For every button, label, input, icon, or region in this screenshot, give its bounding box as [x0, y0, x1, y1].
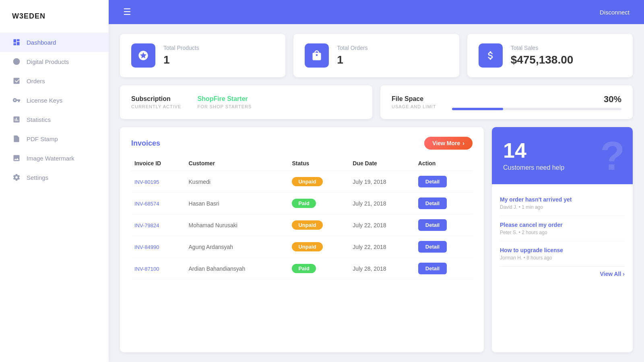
- sidebar-item-license-keys-label: License Keys: [27, 97, 62, 104]
- table-row: INV-84990 Agung Ardansyah Unpaid July 22…: [131, 236, 473, 258]
- invoices-title: Invoices: [131, 139, 160, 148]
- status-badge: Paid: [292, 264, 316, 273]
- view-more-arrow-icon: ›: [462, 140, 464, 146]
- col-status: Status: [289, 156, 349, 171]
- detail-button[interactable]: Detail: [418, 241, 447, 253]
- detail-button[interactable]: Detail: [418, 263, 447, 274]
- invoices-card: Invoices View More › Invoice ID Customer…: [120, 127, 484, 352]
- header: ☰ Disconnect: [109, 0, 644, 24]
- invoice-id: INV-68574: [134, 201, 159, 207]
- stats-row: Total Products 1 Total Orders 1 Tota: [120, 34, 633, 77]
- ticket-item[interactable]: My order hasn't arrived yet David J. • 1…: [500, 191, 625, 216]
- subscription-plan-sub: FOR SHOP STARTERS: [197, 104, 252, 109]
- table-row: INV-80195 Kusmedi Unpaid July 19, 2018 D…: [131, 171, 473, 193]
- sidebar-item-statistics[interactable]: Statistics: [0, 110, 109, 129]
- ticket-subject: How to upgrade license: [500, 247, 625, 253]
- ticket-meta: Jorman H. • 8 hours ago: [500, 255, 625, 261]
- filespace-usage: 30%: [452, 94, 621, 110]
- sidebar-item-settings[interactable]: Settings: [0, 168, 109, 187]
- sidebar: W3EDEN Dashboard Digital Products Orders…: [0, 0, 109, 362]
- sidebar-item-digital-products-label: Digital Products: [27, 58, 69, 65]
- view-all-label: View All: [600, 271, 621, 277]
- total-orders-label: Total Orders: [337, 45, 367, 51]
- hamburger-icon[interactable]: ☰: [123, 7, 131, 17]
- view-more-label: View More: [432, 140, 460, 146]
- subscription-plan-info: ShopFire Starter FOR SHOP STARTERS: [197, 95, 252, 109]
- ticket-meta: David J. • 1 min ago: [500, 204, 625, 210]
- status-badge: Unpaid: [292, 220, 322, 230]
- sidebar-item-pdf-stamp[interactable]: PDF Stamp: [0, 129, 109, 148]
- bottom-row: Invoices View More › Invoice ID Customer…: [120, 127, 633, 352]
- filespace-subtitle: USAGE AND LIMIT: [392, 104, 436, 109]
- sidebar-item-image-watermark-label: Image Watermark: [27, 155, 74, 162]
- sidebar-item-settings-label: Settings: [27, 174, 48, 181]
- statistics-icon: [12, 115, 21, 124]
- sidebar-item-license-keys[interactable]: License Keys: [0, 90, 109, 110]
- invoice-due-date: July 19, 2018: [349, 171, 415, 193]
- invoice-id: INV-84990: [134, 244, 159, 250]
- sidebar-item-digital-products[interactable]: Digital Products: [0, 52, 109, 71]
- total-sales-card: Total Sales $475,138.00: [467, 34, 633, 77]
- detail-button[interactable]: Detail: [418, 219, 447, 231]
- invoices-header: Invoices View More ›: [131, 137, 473, 150]
- ticket-item[interactable]: How to upgrade license Jorman H. • 8 hou…: [500, 241, 625, 267]
- filespace-progress-bar: [452, 108, 621, 110]
- ticket-subject: Please cancel my order: [500, 222, 625, 228]
- invoice-id: INV-80195: [134, 179, 159, 185]
- middle-row: Subscription CURRENTLY ACTIVE ShopFire S…: [120, 85, 633, 119]
- disconnect-button[interactable]: Disconnect: [600, 9, 630, 16]
- status-badge: Unpaid: [292, 242, 322, 251]
- total-orders-value: 1: [337, 53, 367, 66]
- total-orders-icon: [305, 43, 329, 68]
- invoice-customer: Hasan Basri: [186, 193, 289, 214]
- filespace-info: File Space USAGE AND LIMIT: [392, 95, 436, 109]
- dashboard-icon: [12, 38, 21, 47]
- sidebar-item-orders[interactable]: Orders: [0, 71, 109, 90]
- invoice-due-date: July 28, 2018: [349, 258, 415, 280]
- content-area: Total Products 1 Total Orders 1 Tota: [109, 24, 644, 362]
- detail-button[interactable]: Detail: [418, 197, 447, 209]
- sidebar-item-image-watermark[interactable]: Image Watermark: [0, 148, 109, 168]
- ticket-meta: Peter S. • 2 hours ago: [500, 230, 625, 235]
- col-due-date: Due Date: [349, 156, 415, 171]
- invoice-id: INV-87100: [134, 266, 159, 272]
- subscription-plan: ShopFire Starter: [197, 95, 252, 103]
- invoice-customer: Mohamad Nurusaki: [186, 214, 289, 236]
- invoice-due-date: July 21, 2018: [349, 193, 415, 214]
- total-products-icon: [131, 43, 155, 68]
- digital-products-icon: [12, 57, 21, 66]
- total-products-info: Total Products 1: [163, 45, 199, 66]
- sidebar-item-orders-label: Orders: [27, 78, 45, 84]
- right-panel: 14 Customers need help ? My order hasn't…: [492, 127, 633, 352]
- ticket-item[interactable]: Please cancel my order Peter S. • 2 hour…: [500, 216, 625, 241]
- invoice-customer: Kusmedi: [186, 171, 289, 193]
- invoice-due-date: July 22, 2018: [349, 214, 415, 236]
- view-more-button[interactable]: View More ›: [424, 137, 473, 150]
- view-all-link[interactable]: View All›: [500, 267, 625, 277]
- settings-icon: [12, 173, 21, 182]
- app-logo: W3EDEN: [0, 12, 109, 33]
- sidebar-item-dashboard-label: Dashboard: [27, 39, 56, 46]
- pdf-stamp-icon: [12, 134, 21, 143]
- status-badge: Unpaid: [292, 177, 322, 186]
- invoice-id: INV-79824: [134, 222, 159, 228]
- subscription-title: Subscription: [131, 95, 181, 103]
- total-products-card: Total Products 1: [120, 34, 285, 77]
- invoice-customer: Agung Ardansyah: [186, 236, 289, 258]
- sidebar-item-statistics-label: Statistics: [27, 116, 51, 123]
- total-sales-label: Total Sales: [511, 45, 574, 51]
- subscription-card: Subscription CURRENTLY ACTIVE ShopFire S…: [120, 85, 372, 119]
- table-row: INV-68574 Hasan Basri Paid July 21, 2018…: [131, 193, 473, 214]
- tickets-list: My order hasn't arrived yet David J. • 1…: [492, 184, 633, 352]
- total-orders-info: Total Orders 1: [337, 45, 367, 66]
- col-invoice-id: Invoice ID: [131, 156, 186, 171]
- svg-point-0: [13, 58, 20, 65]
- filespace-card: File Space USAGE AND LIMIT 30%: [380, 85, 633, 119]
- subscription-subtitle: CURRENTLY ACTIVE: [131, 104, 181, 109]
- total-products-label: Total Products: [163, 45, 199, 51]
- detail-button[interactable]: Detail: [418, 176, 447, 187]
- total-sales-icon: [479, 43, 503, 68]
- customers-help-card: 14 Customers need help ?: [492, 127, 633, 184]
- filespace-percent: 30%: [452, 94, 621, 105]
- sidebar-item-dashboard[interactable]: Dashboard: [0, 33, 109, 52]
